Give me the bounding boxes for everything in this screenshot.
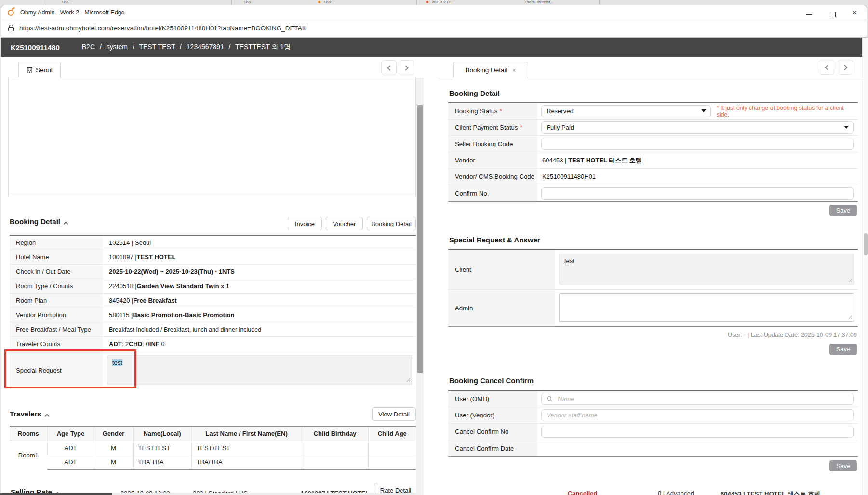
booking-status-select[interactable]: Reserved [541, 105, 711, 117]
cancel-confirm-section-title: Booking Cancel Confirm [449, 376, 534, 385]
tab-close-icon[interactable]: × [512, 67, 516, 74]
breadcrumb-separator: / [229, 43, 231, 51]
form-row: User (OMH) [448, 391, 858, 407]
left-panel-scrollbar-track[interactable] [416, 78, 424, 495]
resize-handle-icon[interactable] [848, 277, 853, 284]
breadcrumb: B2C / system / TEST TEST / 1234567891 / … [82, 43, 291, 52]
travelers-section-title: Travelers [10, 410, 49, 418]
form-row: Client Payment Status* Fully Paid [448, 120, 858, 136]
chevron-left-icon [387, 65, 392, 70]
booking-detail-button[interactable]: Booking Detail [367, 217, 416, 230]
screen: Sho... Sho... Sho... 202 202 Fl... Prod … [0, 0, 868, 495]
form-row: Seller Booking Code [448, 136, 858, 152]
left-panel-prev-button[interactable] [381, 60, 397, 75]
resize-handle-icon[interactable] [848, 313, 853, 321]
url-text[interactable]: https://test-adm.ohmyhotel.com/reservati… [19, 25, 307, 32]
form-row: User (Vendor) [448, 407, 858, 424]
background-tab-text: Prod Frontend... [525, 0, 553, 4]
hotel-link[interactable]: TEST HOTEL [137, 254, 176, 261]
tab-seoul-label: Seoul [36, 67, 53, 74]
breadcrumb-link-client[interactable]: TEST TEST [139, 43, 175, 51]
close-button[interactable]: × [852, 8, 857, 18]
traveler-row: ADT M TBA TBA TBA/TBA [10, 455, 416, 469]
chevron-down-icon [844, 126, 849, 129]
breadcrumb-link-phone[interactable]: 1234567891 [187, 43, 224, 51]
special-request-section-title: Special Request & Answer [449, 236, 540, 244]
user-omh-input[interactable] [541, 393, 854, 405]
page-scrollbar-track[interactable] [862, 38, 868, 495]
form-row: Vendor/ CMS Booking Code K25100911480H01 [448, 169, 858, 185]
table-row: Hotel Name 1001097 | TEST HOTEL [10, 250, 416, 265]
cancel-confirm-no-input[interactable] [541, 426, 854, 438]
bottom-fragment: 0 | Advanced [658, 490, 694, 495]
right-panel-prev-button[interactable] [819, 60, 834, 75]
admin-answer-textarea[interactable] [559, 293, 854, 322]
lock-icon [8, 24, 14, 32]
right-panel-next-button[interactable] [838, 60, 853, 75]
table-row: Room Type / Counts 2240518 | Garden View… [10, 279, 416, 294]
minimize-button[interactable] [806, 14, 812, 15]
annotation-box [4, 349, 136, 388]
client-request-textarea[interactable]: test [559, 254, 854, 285]
background-tab-dot [318, 1, 320, 3]
form-row: Confirm No. [448, 185, 858, 201]
tab-booking-detail-label: Booking Detail [465, 67, 507, 74]
confirm-no-input[interactable] [541, 187, 854, 200]
booking-detail-form: Booking Status* Reserved * It just only … [448, 102, 858, 202]
form-row: Vendor 604453 | TEST HOTEL 테스트 호텔 [448, 152, 858, 169]
room-cell: Room1 [10, 441, 47, 469]
tab-seoul[interactable]: Seoul [18, 62, 61, 78]
form-section-title: Booking Detail [449, 89, 500, 97]
table-row: Region 102514 | Seoul [10, 236, 416, 250]
user-vendor-input[interactable] [541, 409, 854, 421]
seller-card [8, 78, 416, 196]
cancel-confirm-date-value [537, 440, 858, 456]
traveler-row: Room1 ADT M TESTTEST TEST/TEST [10, 441, 416, 455]
search-icon [547, 396, 553, 403]
collapse-icon[interactable] [44, 414, 49, 419]
horizontal-scrollbar-track[interactable] [0, 493, 416, 495]
tab-booking-detail[interactable]: Booking Detail × [453, 62, 528, 78]
admin-answer-row: Admin [448, 290, 858, 326]
breadcrumb-link-system[interactable]: system [107, 43, 128, 51]
table-row: Check in / Out Date 2025-10-22(Wed) ~ 20… [10, 265, 416, 279]
booking-status-note: * It just only change of booking status … [717, 105, 858, 118]
client-payment-select[interactable]: Fully Paid [541, 121, 854, 134]
cancel-confirm-table: User (OMH) User (Vendor) Cancel Confirm … [448, 390, 858, 457]
table-row: Free Breakfast / Meal Type Breakfast Inc… [10, 322, 416, 337]
special-request-textarea[interactable]: test [107, 355, 412, 385]
view-detail-button[interactable]: View Detail [372, 407, 416, 421]
invoice-button[interactable]: Invoice [288, 217, 322, 230]
booking-detail-section-title: Booking Detail [10, 217, 67, 226]
breadcrumb-separator: / [133, 43, 134, 51]
maximize-button[interactable] [830, 12, 836, 17]
collapse-icon[interactable] [64, 222, 68, 227]
travelers-header-row: Rooms Age Type Gender Name(Local) Last N… [10, 426, 416, 441]
chevron-right-icon [403, 65, 408, 70]
client-request-row: Client test [448, 250, 858, 290]
chevron-left-icon [825, 65, 830, 70]
horizontal-scrollbar-thumb[interactable] [0, 493, 112, 495]
background-tab-text: 202 202 Fl... [432, 0, 453, 4]
ohmyhotel-logo [7, 8, 16, 16]
seller-booking-code-input[interactable] [541, 138, 854, 150]
page-scrollbar-thumb[interactable] [864, 233, 868, 255]
titlebar-divider [1, 20, 867, 20]
save-button[interactable]: Save [829, 460, 857, 471]
required-mark: * [520, 124, 522, 131]
required-mark: * [500, 107, 502, 115]
chevron-right-icon [842, 65, 847, 70]
table-row: Vendor Promotion 580115 | Basic Promotio… [10, 308, 416, 322]
voucher-button[interactable]: Voucher [326, 217, 363, 230]
form-row: Cancel Confirm Date [448, 440, 858, 456]
left-panel-next-button[interactable] [399, 60, 414, 75]
booking-code: K25100911480 [11, 43, 60, 52]
chevron-down-icon [701, 109, 706, 112]
left-panel-scrollbar-thumb[interactable] [417, 105, 423, 373]
save-button[interactable]: Save [829, 344, 857, 355]
resize-handle-icon[interactable] [406, 376, 411, 384]
background-tab-text: Sho... [62, 0, 72, 4]
background-tab-text: Sho... [324, 0, 334, 4]
save-button[interactable]: Save [829, 205, 857, 216]
breadcrumb-separator: / [100, 43, 102, 51]
